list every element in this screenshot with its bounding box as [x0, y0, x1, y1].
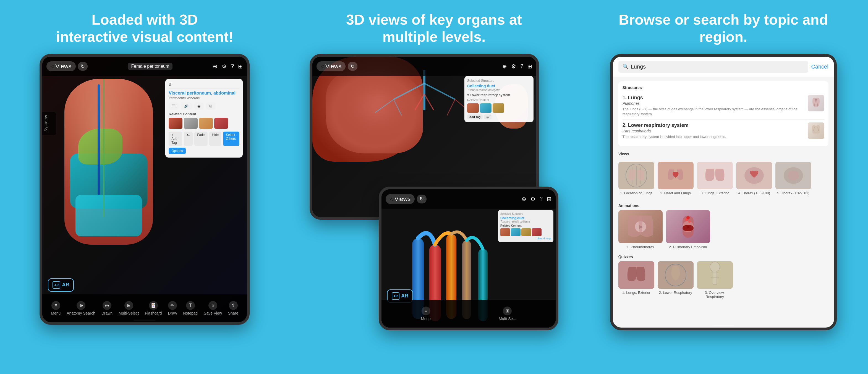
draw-label: Draw: [168, 311, 177, 315]
view-card-3[interactable]: 3. Lungs, Exterior: [697, 162, 733, 196]
view-label-3: 3. Lungs, Exterior: [697, 191, 733, 196]
toolbar-share[interactable]: ⇧ Share: [228, 301, 238, 315]
related-thumb-4[interactable]: [214, 118, 228, 129]
toolbar-drawn[interactable]: ◎ Drawn: [101, 301, 113, 315]
toolbar-anatomy-search[interactable]: ⊕ Anatomy Search: [67, 301, 95, 315]
animations-grid: ▶ 1. Pneumothorax: [618, 210, 829, 249]
search-cancel-button[interactable]: Cancel: [811, 64, 828, 70]
mid-thumb-2[interactable]: [480, 103, 492, 113]
anim-card-2[interactable]: ▶: [666, 210, 710, 249]
toolbar-draw[interactable]: ✏ Draw: [168, 301, 177, 315]
hide-btn[interactable]: Hide: [209, 132, 222, 146]
search-query-text[interactable]: Lungs: [631, 64, 804, 70]
related-thumb-1[interactable]: [168, 118, 182, 129]
middle-top-forward[interactable]: ↻: [348, 62, 358, 71]
lower-resp-label: ▾ Lower respiratory system: [467, 93, 531, 97]
right-title: Browse or search by topic and region.: [619, 11, 828, 45]
nav-icon-3[interactable]: ?: [231, 63, 234, 70]
info-panel-subtitle: Peritoneum viscerale: [168, 96, 239, 100]
drawn-label: Drawn: [101, 311, 113, 315]
view-card-5[interactable]: 5. Thorax (T02-T01): [775, 162, 811, 196]
anim-card-1[interactable]: ▶ 1. Pneumothorax: [618, 210, 662, 249]
mid-toolbar-menu[interactable]: ≡ Menu: [421, 307, 431, 321]
view-card-4[interactable]: 4. Thorax (T05-T08): [736, 162, 772, 196]
add-tag-mid-btn[interactable]: Add Tag: [467, 115, 483, 119]
anim-label-1: 1. Pneumothorax: [618, 245, 662, 249]
middle-top-nav: ◁ Views ↻ ⊕ ⚙ ? ⊞: [312, 57, 536, 76]
ar-text: AR: [62, 282, 69, 288]
options-btn[interactable]: Options: [168, 148, 185, 154]
structure-name-text-1: Lungs: [628, 95, 643, 100]
nav-icon-1[interactable]: ⊕: [213, 63, 218, 70]
slide-control[interactable]: ☰: [168, 102, 179, 110]
mid-btm-icon-2[interactable]: ⚙: [530, 196, 535, 202]
quiz-card-2[interactable]: 2. Lower Respiratory: [658, 261, 693, 299]
structure-item-lower-resp[interactable]: 2. Lower respiratory system Pars respira…: [623, 120, 824, 142]
draw-icon: ✏: [168, 301, 177, 310]
mid-top-icon-2[interactable]: ⚙: [511, 63, 516, 70]
related-thumb-2[interactable]: [184, 118, 198, 129]
middle-top-views-label: Views: [326, 63, 341, 70]
ar-icon: AR: [53, 281, 60, 289]
view-card-2[interactable]: 2. Heart and Lungs: [658, 162, 693, 196]
middle-bottom-back[interactable]: ◁ Views: [385, 194, 415, 204]
flashcard-label: Flashcard: [145, 311, 162, 315]
nav-forward-button[interactable]: ↻: [78, 62, 88, 71]
toolbar-notepad[interactable]: T Notepad: [183, 301, 198, 315]
fade-btn[interactable]: Fade: [194, 132, 207, 146]
btm-thumb-4[interactable]: [532, 228, 541, 236]
quiz-card-3[interactable]: 3. Overview, Respiratory: [697, 261, 733, 299]
quiz-thumb-lower-resp: [658, 261, 693, 289]
related-thumb-3[interactable]: [199, 118, 213, 129]
collecting-duct-btm: Collecting duct: [500, 216, 551, 220]
quiz-card-1[interactable]: 1. Lungs, Exterior: [618, 261, 654, 299]
animations-label: Animations: [618, 204, 829, 208]
mid-top-icon-1[interactable]: ⊕: [502, 63, 507, 70]
volume-control[interactable]: 🔊: [181, 102, 192, 110]
toolbar-multi-select[interactable]: ⊞ Multi-Select: [119, 301, 139, 315]
view-thumb-heart-lungs: [658, 162, 693, 189]
nav-icon-2[interactable]: ⚙: [222, 63, 227, 70]
info-header-text: B: [168, 82, 171, 87]
systems-label: Systems: [44, 115, 48, 132]
middle-bottom-forward[interactable]: ↻: [417, 195, 427, 204]
tag-icon-mid[interactable]: 🏷: [484, 115, 492, 119]
btm-thumb-3[interactable]: [521, 228, 531, 236]
mid-btm-icon-1[interactable]: ⊕: [522, 196, 526, 202]
systems-sidebar[interactable]: Systems: [42, 112, 56, 135]
view-card-1[interactable]: 1. Location of Lungs: [618, 162, 654, 196]
ar-badge[interactable]: AR AR: [48, 278, 74, 292]
mid-top-icon-4[interactable]: ⊞: [527, 63, 532, 70]
svg-line-4: [394, 99, 402, 115]
save-view-label: Save View: [204, 311, 222, 315]
info-action-buttons: + Add Tag 🏷 Fade Hide Select Others: [168, 132, 239, 146]
anatomy-search-label: Anatomy Search: [67, 311, 95, 315]
middle-top-back[interactable]: ◁ Views: [316, 61, 345, 71]
toolbar-flashcard[interactable]: 🃏 Flashcard: [145, 301, 162, 315]
mid-menu-label: Menu: [421, 316, 431, 321]
view-all-tags[interactable]: View All Tags: [500, 237, 551, 240]
tag-field[interactable]: 🏷: [184, 132, 193, 146]
mid-btm-icon-4[interactable]: ⊞: [547, 196, 552, 202]
btm-thumb-2[interactable]: [511, 228, 521, 236]
select-others-btn[interactable]: Select Others: [223, 132, 239, 146]
structure-item-lungs[interactable]: 1. Lungs Pulmones The lungs (L-R) — the …: [623, 92, 824, 120]
add-tag-btn[interactable]: + Add Tag: [168, 132, 182, 146]
more-control[interactable]: ⊞: [206, 102, 216, 110]
browse-content: Structures 1. Lungs Pulmones The lungs (…: [613, 77, 834, 328]
mid-btm-icon-3[interactable]: ?: [539, 196, 542, 202]
nav-icon-4[interactable]: ⊞: [238, 63, 243, 70]
vessel-green-main: [103, 79, 104, 217]
mid-thumb-1[interactable]: [467, 103, 479, 113]
mid-top-icon-3[interactable]: ?: [520, 63, 523, 70]
quiz-thumb-overview-resp: [697, 261, 733, 289]
notepad-label: Notepad: [183, 311, 198, 315]
toolbar-menu[interactable]: ≡ Menu: [51, 301, 61, 315]
visibility-control[interactable]: ◉: [194, 102, 204, 110]
mid-thumb-3[interactable]: [493, 103, 504, 113]
nav-back-button[interactable]: ◁ Views: [46, 61, 75, 71]
btm-thumb-1[interactable]: [500, 228, 510, 236]
toolbar-save-view[interactable]: ☆ Save View: [204, 301, 222, 315]
mid-toolbar-multise[interactable]: ⊞ Multi-Se...: [499, 307, 516, 321]
mid-btm-ar-text: AR: [401, 293, 408, 299]
